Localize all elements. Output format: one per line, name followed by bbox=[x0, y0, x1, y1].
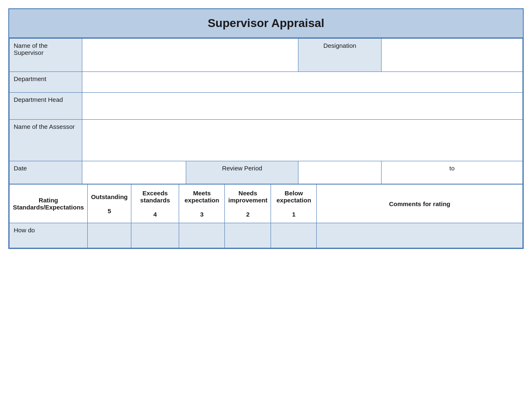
col-comments: Comments for rating bbox=[317, 185, 523, 223]
col-needs-label: Needs improvement bbox=[228, 190, 267, 204]
dept-head-value[interactable] bbox=[82, 93, 523, 120]
col-below: Below expectation 1 bbox=[271, 185, 317, 223]
col-outstanding: Outstanding 5 bbox=[87, 185, 131, 223]
supervisor-label: Name of the Supervisor bbox=[10, 39, 82, 72]
department-value[interactable] bbox=[82, 72, 523, 93]
review-period-label: Review Period bbox=[186, 161, 298, 184]
col-outstanding-score: 5 bbox=[91, 207, 128, 214]
col-below-score: 1 bbox=[274, 211, 313, 218]
col-needs: Needs improvement 2 bbox=[225, 185, 271, 223]
how-do-col5[interactable] bbox=[225, 223, 271, 248]
col-outstanding-label: Outstanding bbox=[91, 193, 128, 200]
review-period-value[interactable] bbox=[298, 161, 382, 184]
date-label: Date bbox=[10, 161, 82, 184]
supervisor-row: Name of the Supervisor Designation bbox=[10, 39, 523, 72]
designation-label: Designation bbox=[298, 39, 382, 72]
how-do-col3[interactable] bbox=[131, 223, 179, 248]
col-meets: Meets expectation 3 bbox=[179, 185, 225, 223]
form-title: Supervisor Appraisal bbox=[9, 9, 523, 38]
col-rating-standards: Rating Standards/Expectations bbox=[10, 185, 88, 223]
col-meets-score: 3 bbox=[182, 211, 221, 218]
dept-head-label: Department Head bbox=[10, 93, 82, 120]
col-exceeds: Exceeds standards 4 bbox=[131, 185, 179, 223]
to-label: to bbox=[382, 161, 523, 184]
assessor-value[interactable] bbox=[82, 120, 523, 161]
date-row: Date Review Period to bbox=[10, 161, 523, 184]
designation-value[interactable] bbox=[382, 39, 523, 72]
supervisor-value[interactable] bbox=[82, 39, 298, 72]
col-below-label: Below expectation bbox=[274, 190, 313, 204]
col-meets-label: Meets expectation bbox=[182, 190, 221, 204]
how-do-col2[interactable] bbox=[87, 223, 131, 248]
how-do-col6[interactable] bbox=[271, 223, 317, 248]
how-do-cell: How do bbox=[10, 223, 88, 248]
date-value[interactable] bbox=[82, 161, 186, 184]
how-do-col7[interactable] bbox=[317, 223, 523, 248]
col-needs-score: 2 bbox=[228, 211, 267, 218]
appraisal-form: Supervisor Appraisal Name of the Supervi… bbox=[8, 8, 524, 249]
col-exceeds-label: Exceeds standards bbox=[135, 190, 175, 204]
col-exceeds-score: 4 bbox=[135, 211, 175, 218]
how-do-col4[interactable] bbox=[179, 223, 225, 248]
rating-header-row: Rating Standards/Expectations Outstandin… bbox=[10, 185, 523, 223]
dept-head-row: Department Head bbox=[10, 93, 523, 120]
how-do-row: How do bbox=[10, 223, 523, 248]
department-row: Department bbox=[10, 72, 523, 93]
assessor-label: Name of the Assessor bbox=[10, 120, 82, 161]
department-label: Department bbox=[10, 72, 82, 93]
assessor-row: Name of the Assessor bbox=[10, 120, 523, 161]
